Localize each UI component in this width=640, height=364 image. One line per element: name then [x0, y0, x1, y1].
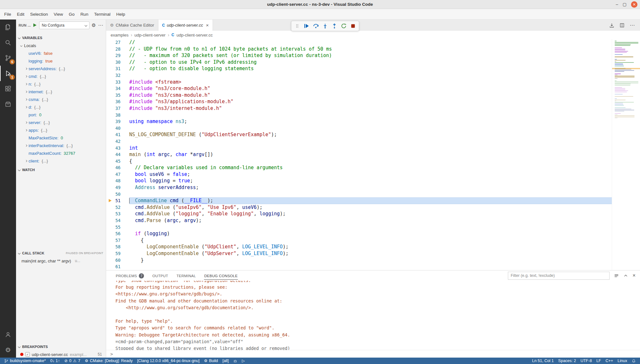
- variable-row[interactable]: client:{...}: [16, 157, 106, 165]
- code-line[interactable]: #include "ns3/applications-module.h": [129, 98, 612, 105]
- line-number[interactable]: 30: [106, 59, 129, 66]
- split-editor-icon[interactable]: [619, 23, 625, 28]
- line-number[interactable]: 61: [106, 263, 129, 270]
- code-line[interactable]: #include "ns3/core-module.h": [129, 85, 612, 92]
- search-icon[interactable]: [0, 35, 16, 50]
- code-line[interactable]: [129, 125, 612, 132]
- line-number[interactable]: 36: [106, 98, 129, 105]
- code-line[interactable]: [129, 224, 612, 231]
- line-number[interactable]: 58: [106, 244, 129, 250]
- code-line[interactable]: LogComponentEnable ("UdpClient", LOG_LEV…: [129, 244, 612, 250]
- breadcrumb-file[interactable]: udp-client-server.cc: [176, 33, 213, 37]
- breakpoint-checkbox[interactable]: ✓: [25, 352, 30, 357]
- menu-run[interactable]: Run: [78, 10, 91, 18]
- line-number[interactable]: 49: [106, 184, 129, 191]
- code-line[interactable]: [129, 112, 612, 119]
- menu-terminal[interactable]: Terminal: [91, 10, 113, 18]
- restart-icon[interactable]: [340, 22, 348, 30]
- menu-selection[interactable]: Selection: [27, 10, 51, 18]
- code-line[interactable]: Address serverAddress;: [129, 184, 612, 191]
- line-number[interactable]: 29: [106, 52, 129, 59]
- git-branch-status[interactable]: buildsystem-cmake*: [2, 358, 48, 364]
- cmake-build-button[interactable]: ⚙Build: [202, 358, 220, 364]
- code-line[interactable]: // - UDP flow from n0 to n1 of 1024 byte…: [129, 46, 612, 53]
- source-control-icon[interactable]: 6: [0, 50, 16, 66]
- line-number[interactable]: 33: [106, 79, 129, 86]
- panel-tab-terminal[interactable]: TERMINAL: [176, 272, 196, 279]
- code-line[interactable]: bool useV6 = false;: [129, 171, 612, 178]
- step-out-icon[interactable]: [330, 22, 339, 30]
- download-icon[interactable]: [609, 23, 614, 28]
- code-line[interactable]: #include "ns3/csma-module.h": [129, 92, 612, 99]
- minimize-button[interactable]: –: [616, 2, 618, 6]
- line-number[interactable]: 45: [106, 158, 129, 165]
- line-number[interactable]: 43: [106, 145, 129, 152]
- line-number[interactable]: 51: [106, 197, 129, 204]
- code-line[interactable]: {: [129, 158, 612, 165]
- cmake-run-button[interactable]: ▷: [240, 358, 247, 364]
- call-stack-header[interactable]: CALL STACK PAUSED ON BREAKPOINT: [16, 249, 106, 257]
- tab-cmake-cache-editor[interactable]: ⚙ CMake Cache Editor: [106, 20, 158, 31]
- code-line[interactable]: [129, 72, 612, 79]
- eol-status[interactable]: LF: [594, 358, 603, 364]
- code-line[interactable]: cmd.Parse (argc, argv);: [129, 217, 612, 224]
- menu-file[interactable]: File: [1, 10, 14, 18]
- variable-row[interactable]: n:{...}: [16, 80, 106, 88]
- code-line[interactable]: main (int argc, char *argv[]): [129, 151, 612, 158]
- menu-go[interactable]: Go: [66, 10, 78, 18]
- code-line[interactable]: cmd.AddValue ("logging", "Enable logging…: [129, 211, 612, 217]
- variable-row[interactable]: interPacketInterval:{...}: [16, 142, 106, 149]
- cmake-target-status[interactable]: [all]: [220, 358, 231, 364]
- code-line[interactable]: int: [129, 145, 612, 152]
- line-number[interactable]: 54: [106, 217, 129, 224]
- code-line[interactable]: #include "ns3/internet-module.h": [129, 105, 612, 112]
- tab-udp-client-server[interactable]: C udp-client-server.cc ×: [158, 20, 213, 31]
- settings-gear-icon[interactable]: ⚙: [0, 342, 16, 358]
- step-into-icon[interactable]: [321, 22, 329, 30]
- locals-scope[interactable]: Locals: [16, 42, 106, 49]
- start-debug-icon[interactable]: [33, 23, 37, 27]
- variable-row[interactable]: logging:true: [16, 57, 106, 65]
- maximize-panel-icon[interactable]: [623, 273, 628, 278]
- line-number[interactable]: 42: [106, 138, 129, 145]
- editor-more-actions-icon[interactable]: ⋯: [630, 23, 635, 28]
- code-line[interactable]: NS_LOG_COMPONENT_DEFINE ("UdpClientServe…: [129, 131, 612, 138]
- debug-more-actions-icon[interactable]: ⋯: [98, 23, 103, 28]
- run-and-debug-icon[interactable]: 1: [0, 66, 16, 81]
- git-sync-status[interactable]: 0↓ 1↑: [48, 358, 62, 364]
- variable-row[interactable]: serverAddress:{...}: [16, 65, 106, 72]
- tab-close-icon[interactable]: ×: [206, 22, 209, 28]
- language-mode-status[interactable]: C++: [603, 358, 615, 364]
- indentation-status[interactable]: Spaces: 2: [556, 358, 578, 364]
- line-number[interactable]: 47: [106, 171, 129, 178]
- line-number[interactable]: 32: [106, 72, 129, 79]
- breakpoint-item[interactable]: ✓ udp-client-server.cc exampl... 51: [16, 351, 106, 358]
- code-line[interactable]: using namespace ns3;: [129, 118, 612, 125]
- account-icon[interactable]: [0, 327, 16, 342]
- debug-gear-icon[interactable]: ⚙: [92, 22, 96, 28]
- line-number[interactable]: 53: [106, 211, 129, 217]
- explorer-icon[interactable]: [0, 20, 16, 35]
- code-line[interactable]: }: [129, 257, 612, 264]
- stop-icon[interactable]: [349, 22, 357, 30]
- variable-row[interactable]: maxPacketCount:32767: [16, 149, 106, 157]
- line-number[interactable]: 41: [106, 131, 129, 138]
- cmake-status[interactable]: ⚙CMake: [Debug]: Ready: [82, 358, 135, 364]
- variable-row[interactable]: apps:{...}: [16, 126, 106, 134]
- panel-tab-output[interactable]: OUTPUT: [152, 272, 168, 279]
- menu-view[interactable]: View: [51, 10, 66, 18]
- code-line[interactable]: if (logging): [129, 230, 612, 237]
- close-button[interactable]: ✕: [631, 1, 637, 8]
- code-line[interactable]: [129, 263, 612, 270]
- line-number[interactable]: 60: [106, 257, 129, 264]
- variable-row[interactable]: csma:{...}: [16, 95, 106, 103]
- variable-row[interactable]: d:{...}: [16, 103, 106, 111]
- encoding-status[interactable]: UTF-8: [578, 358, 594, 364]
- line-number[interactable]: 46: [106, 164, 129, 171]
- line-number[interactable]: 44: [106, 151, 129, 158]
- panel-tab-problems[interactable]: PROBLEMS7: [115, 271, 144, 280]
- line-number[interactable]: 35: [106, 92, 129, 99]
- code-line[interactable]: [129, 191, 612, 198]
- cmake-debug-button[interactable]: [231, 358, 240, 364]
- panel-tab-debug-console[interactable]: DEBUG CONSOLE: [204, 272, 238, 280]
